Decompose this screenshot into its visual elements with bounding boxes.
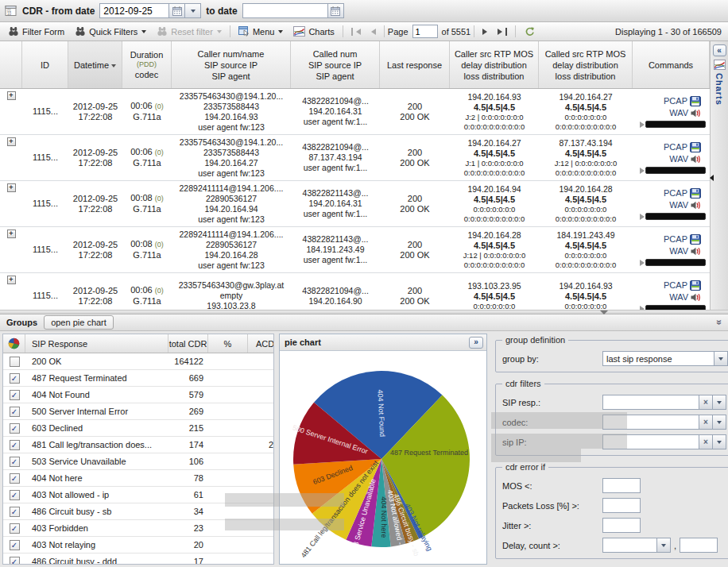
column-header-percent[interactable]: % xyxy=(208,334,248,353)
wav-speaker-icon[interactable] xyxy=(691,293,701,302)
filter-dropdown-button[interactable] xyxy=(713,415,726,430)
filter-input[interactable] xyxy=(602,415,699,430)
pcap-link[interactable]: PCAP xyxy=(664,233,687,245)
response-checkbox[interactable]: ✓ xyxy=(10,507,20,517)
pcap-save-icon[interactable] xyxy=(690,280,701,291)
column-header[interactable] xyxy=(0,41,22,88)
group-by-value[interactable]: last sip response xyxy=(602,351,714,366)
panel-collapse-arrow-icon[interactable] xyxy=(710,175,714,181)
response-checkbox[interactable]: ✓ xyxy=(10,457,20,467)
collapse-panel-button[interactable]: « xyxy=(713,44,726,56)
error-condition-input[interactable] xyxy=(602,498,641,513)
audio-play-button[interactable] xyxy=(640,214,645,220)
audio-progress-bar[interactable] xyxy=(645,167,706,174)
clear-filter-button[interactable]: × xyxy=(699,395,713,410)
response-checkbox[interactable]: ✓ xyxy=(10,407,20,417)
menu-button[interactable]: Menu xyxy=(234,24,288,39)
charts-panel-tab[interactable]: Charts xyxy=(714,73,724,106)
response-checkbox[interactable]: ✓ xyxy=(10,373,20,384)
open-pie-chart-button[interactable]: open pie chart xyxy=(44,315,114,330)
filter-dropdown-button[interactable] xyxy=(713,434,726,449)
expand-row-button[interactable]: + xyxy=(7,91,16,100)
expand-pie-button[interactable]: » xyxy=(469,337,483,349)
error-condition-input[interactable] xyxy=(602,518,641,533)
column-header[interactable]: Caller num/nameSIP source IPSIP agent xyxy=(172,41,291,88)
refresh-button[interactable] xyxy=(519,24,540,39)
quick-filters-button[interactable]: Quick Filters xyxy=(70,24,151,39)
charts-button[interactable]: Charts xyxy=(288,24,339,39)
pcap-save-icon[interactable] xyxy=(690,142,701,152)
response-checkbox[interactable]: ✓ xyxy=(10,423,20,434)
reset-filter-button[interactable]: Reset filter xyxy=(152,24,227,39)
clear-filter-button[interactable]: × xyxy=(699,415,713,430)
audio-play-button[interactable] xyxy=(640,168,645,174)
prev-page-button[interactable] xyxy=(366,26,381,37)
response-checkbox[interactable]: ✓ xyxy=(10,557,20,565)
group-by-dropdown-button[interactable] xyxy=(714,351,728,366)
audio-play-button[interactable] xyxy=(640,260,645,266)
column-header[interactable]: Duration(PDD)codec xyxy=(122,41,172,88)
response-checkbox[interactable] xyxy=(10,357,20,367)
expand-row-button[interactable]: + xyxy=(7,183,16,192)
pcap-link[interactable]: PCAP xyxy=(664,141,687,153)
audio-progress-bar[interactable] xyxy=(645,121,706,128)
filter-form-button[interactable]: Filter Form xyxy=(3,24,69,39)
column-header[interactable]: Commands xyxy=(633,41,710,88)
wav-speaker-icon[interactable] xyxy=(691,201,701,210)
filter-input[interactable] xyxy=(602,434,699,449)
pcap-save-icon[interactable] xyxy=(690,96,701,106)
audio-play-button[interactable] xyxy=(640,122,645,128)
delay-count-input[interactable] xyxy=(680,538,718,553)
next-page-button[interactable] xyxy=(478,26,492,37)
audio-progress-bar[interactable] xyxy=(645,213,706,220)
filter-dropdown-button[interactable] xyxy=(713,395,726,410)
expand-row-button[interactable]: + xyxy=(7,230,16,238)
to-date-input[interactable] xyxy=(242,3,328,18)
pcap-save-icon[interactable] xyxy=(690,234,701,245)
audio-progress-bar[interactable] xyxy=(645,259,706,266)
expand-row-button[interactable]: + xyxy=(7,276,16,284)
column-header-clipped[interactable]: ACD xyxy=(248,334,274,353)
from-date-input[interactable] xyxy=(99,3,169,18)
column-header-sip-response[interactable]: SIP Response xyxy=(25,334,168,353)
wav-speaker-icon[interactable] xyxy=(691,155,701,164)
response-checkbox[interactable]: ✓ xyxy=(10,490,20,500)
pcap-link[interactable]: PCAP xyxy=(664,187,687,199)
wav-link[interactable]: WAV xyxy=(669,245,688,257)
first-page-button[interactable] xyxy=(347,25,366,38)
delay-dropdown-button[interactable] xyxy=(657,538,671,553)
pcap-link[interactable]: PCAP xyxy=(664,280,687,291)
wav-link[interactable]: WAV xyxy=(669,199,688,211)
group-by-select[interactable]: last sip response xyxy=(602,351,728,366)
clear-filter-button[interactable]: × xyxy=(699,434,713,449)
to-date-calendar-button[interactable] xyxy=(328,3,344,18)
column-header[interactable]: Datetime xyxy=(68,41,122,88)
delay-select-value[interactable] xyxy=(602,538,657,553)
wav-link[interactable]: WAV xyxy=(669,153,688,165)
column-header[interactable]: Called src RTP MOSdelay distributionloss… xyxy=(539,41,633,88)
response-checkbox[interactable]: ✓ xyxy=(10,523,20,534)
response-checkbox[interactable]: ✓ xyxy=(10,390,20,400)
column-header[interactable]: ID xyxy=(22,41,68,88)
delay-select[interactable] xyxy=(602,538,671,553)
wav-link[interactable]: WAV xyxy=(669,291,688,303)
pcap-link[interactable]: PCAP xyxy=(664,95,687,107)
response-checkbox[interactable]: ✓ xyxy=(10,540,20,550)
filter-input[interactable] xyxy=(602,395,699,410)
wav-speaker-icon[interactable] xyxy=(691,247,701,256)
response-checkbox[interactable]: ✓ xyxy=(10,473,20,484)
last-page-button[interactable] xyxy=(493,25,512,38)
error-condition-input[interactable] xyxy=(602,478,641,493)
page-number-input[interactable] xyxy=(412,25,438,38)
column-header[interactable]: Caller src RTP MOSdelay distributionloss… xyxy=(450,41,539,88)
from-date-calendar-button[interactable] xyxy=(169,3,185,18)
wav-speaker-icon[interactable] xyxy=(691,109,701,118)
column-header-total-cdr[interactable]: total CDR xyxy=(168,334,208,353)
expand-row-button[interactable]: + xyxy=(7,137,16,146)
collapse-groups-icon[interactable]: « xyxy=(714,320,725,326)
wav-link[interactable]: WAV xyxy=(669,107,688,119)
pcap-save-icon[interactable] xyxy=(690,188,701,199)
column-header[interactable]: Called numSIP source IPSIP agent xyxy=(291,41,380,88)
response-checkbox[interactable]: ✓ xyxy=(10,440,20,450)
from-date-dropdown-button[interactable] xyxy=(185,3,201,18)
